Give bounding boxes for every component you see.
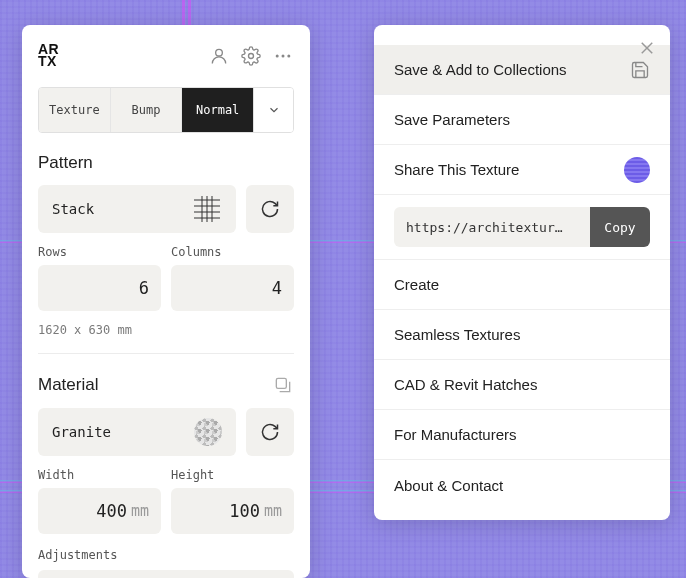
pattern-refresh[interactable] [246, 185, 294, 233]
logo: AR TX [38, 44, 59, 68]
svg-point-3 [282, 55, 285, 58]
adjustments-label: Adjustments [38, 548, 294, 562]
pattern-section: Pattern Stack Rows 6 Columns 4 [38, 153, 294, 337]
share-url-input[interactable]: https://architextur… [394, 207, 590, 247]
rows-value: 6 [139, 278, 149, 298]
rows-input[interactable]: 6 [38, 265, 161, 311]
material-section: Material Granite Width 400 mm [38, 374, 294, 578]
tab-texture[interactable]: Texture [39, 88, 110, 132]
columns-label: Columns [171, 245, 294, 259]
svg-rect-12 [276, 378, 286, 388]
refresh-icon [260, 422, 280, 442]
refresh-icon [260, 199, 280, 219]
menu-create[interactable]: Create [374, 260, 670, 310]
menu-share-label: Share This Texture [394, 161, 519, 178]
tab-bump[interactable]: Bump [110, 88, 183, 132]
pattern-select[interactable]: Stack [38, 185, 236, 233]
material-refresh[interactable] [246, 408, 294, 456]
menu-manufacturers-label: For Manufacturers [394, 426, 517, 443]
svg-point-0 [216, 49, 223, 56]
view-tabs: Texture Bump Normal [38, 87, 294, 133]
tab-normal[interactable]: Normal [182, 88, 253, 132]
pattern-label: Pattern [38, 153, 294, 173]
menu-save-params[interactable]: Save Parameters [374, 95, 670, 145]
more-icon[interactable] [272, 45, 294, 67]
svg-point-4 [287, 55, 290, 58]
material-selected: Granite [52, 424, 111, 440]
chevron-down-icon [267, 103, 281, 117]
menu-manufacturers[interactable]: For Manufacturers [374, 410, 670, 460]
columns-input[interactable]: 4 [171, 265, 294, 311]
granite-swatch-icon [194, 418, 222, 446]
svg-point-2 [276, 55, 279, 58]
menu-panel: Save & Add to Collections Save Parameter… [374, 25, 670, 520]
pattern-dimensions: 1620 x 630 mm [38, 323, 294, 337]
stack-pattern-icon [192, 194, 222, 224]
height-unit: mm [264, 502, 282, 520]
menu-save-params-label: Save Parameters [394, 111, 510, 128]
copy-button[interactable]: Copy [590, 207, 650, 247]
save-icon [630, 60, 650, 80]
rows-label: Rows [38, 245, 161, 259]
menu-cad[interactable]: CAD & Revit Hatches [374, 360, 670, 410]
columns-value: 4 [272, 278, 282, 298]
menu-save-collections-label: Save & Add to Collections [394, 61, 567, 78]
width-label: Width [38, 468, 161, 482]
controls-panel: AR TX Texture Bump Normal Pattern Stack [22, 25, 310, 578]
close-button[interactable] [638, 39, 656, 61]
topbar: AR TX [38, 39, 294, 73]
menu-seamless-label: Seamless Textures [394, 326, 520, 343]
gear-icon[interactable] [240, 45, 262, 67]
menu-cad-label: CAD & Revit Hatches [394, 376, 537, 393]
logo-line2: TX [38, 56, 59, 68]
menu-about[interactable]: About & Contact [374, 460, 670, 510]
width-input[interactable]: 400 mm [38, 488, 161, 534]
material-collapse-icon[interactable] [272, 374, 294, 396]
menu-seamless[interactable]: Seamless Textures [374, 310, 670, 360]
divider [38, 353, 294, 354]
material-label: Material [38, 375, 98, 395]
menu-share[interactable]: Share This Texture [374, 145, 670, 195]
texture-preview-icon [624, 157, 650, 183]
height-value: 100 [229, 501, 260, 521]
width-unit: mm [131, 502, 149, 520]
menu-save-collections[interactable]: Save & Add to Collections [374, 45, 670, 95]
height-input[interactable]: 100 mm [171, 488, 294, 534]
menu-about-label: About & Contact [394, 477, 503, 494]
width-value: 400 [96, 501, 127, 521]
menu-create-label: Create [394, 276, 439, 293]
pattern-selected: Stack [52, 201, 94, 217]
tab-dropdown[interactable] [253, 88, 293, 132]
material-select[interactable]: Granite [38, 408, 236, 456]
share-url-row: https://architextur… Copy [374, 195, 670, 260]
height-label: Height [171, 468, 294, 482]
close-icon [638, 39, 656, 57]
svg-point-1 [249, 54, 254, 59]
user-icon[interactable] [208, 45, 230, 67]
adjustments-row[interactable]: Levels, Hue, Tint [38, 570, 294, 578]
